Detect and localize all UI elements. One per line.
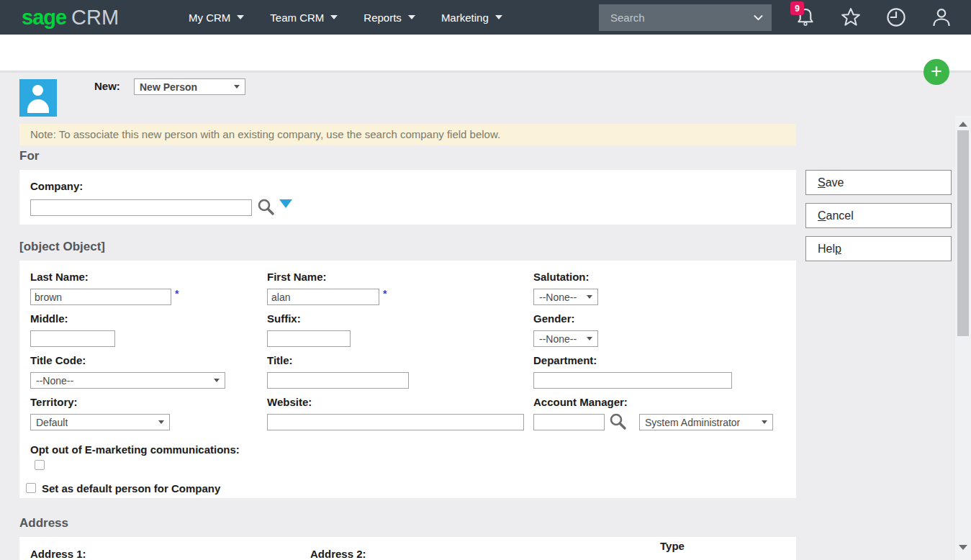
account-manager-select[interactable]: System Administrator: [639, 414, 773, 430]
menu-team-crm[interactable]: Team CRM: [270, 12, 338, 24]
dropdown-arrow-icon: [234, 85, 240, 89]
account-manager-selected-value: System Administrator: [645, 417, 740, 428]
person-entity-icon: [19, 79, 57, 117]
suffix-label: Suffix:: [267, 312, 301, 325]
info-note-banner: Note: To associate this new person with …: [19, 124, 796, 145]
title-code-select[interactable]: --None--: [30, 372, 225, 389]
chevron-down-icon: [408, 15, 415, 19]
person-icon: [32, 85, 43, 96]
user-icon: [931, 6, 952, 28]
gender-select[interactable]: --None--: [533, 330, 598, 347]
cancel-button[interactable]: Cancel: [805, 203, 952, 228]
clock-icon: [885, 6, 907, 28]
menu-label: Reports: [363, 12, 402, 24]
territory-select[interactable]: Default: [30, 414, 170, 430]
department-input[interactable]: [533, 372, 732, 389]
header-divider: [0, 71, 971, 73]
title-code-selected-value: --None--: [36, 375, 73, 387]
salutation-label: Salutation:: [533, 271, 590, 283]
new-entity-select[interactable]: New Person: [134, 78, 245, 95]
gender-selected-value: --None--: [539, 333, 577, 345]
title-code-label: Title Code:: [30, 354, 86, 366]
account-manager-input[interactable]: [533, 414, 605, 430]
save-button[interactable]: Save: [805, 170, 952, 195]
plus-icon: +: [931, 62, 942, 81]
required-asterisk: *: [175, 288, 179, 299]
company-search-icon[interactable]: [256, 197, 275, 216]
main-menu: My CRM Team CRM Reports Marketing: [189, 0, 502, 35]
title-input[interactable]: [267, 372, 409, 389]
profile-button[interactable]: [931, 6, 952, 28]
company-dropdown-triangle-icon[interactable]: [279, 199, 292, 208]
account-manager-label: Account Manager:: [533, 396, 628, 408]
website-input[interactable]: [267, 414, 524, 430]
chevron-down-icon: [495, 15, 502, 19]
required-asterisk: *: [383, 288, 387, 299]
scroll-up-arrow-icon[interactable]: [959, 122, 967, 127]
first-name-input[interactable]: [267, 289, 379, 305]
last-name-input[interactable]: [30, 289, 171, 305]
menu-label: Marketing: [441, 12, 489, 24]
first-name-label: First Name:: [267, 271, 327, 283]
suffix-input[interactable]: [267, 330, 351, 347]
chevron-down-icon: [237, 15, 244, 19]
new-entity-selected-value: New Person: [140, 81, 197, 93]
company-input[interactable]: [30, 199, 252, 216]
website-label: Website:: [267, 396, 312, 408]
territory-selected-value: Default: [36, 417, 68, 428]
company-label: Company:: [30, 180, 83, 192]
new-label: New:: [94, 80, 120, 92]
for-section-title: For: [19, 149, 39, 163]
middle-label: Middle:: [30, 312, 68, 325]
address2-label: Address 2:: [310, 548, 366, 560]
last-name-label: Last Name:: [30, 271, 89, 283]
recent-button[interactable]: [885, 6, 907, 28]
territory-label: Territory:: [30, 396, 78, 408]
title-label: Title:: [267, 354, 293, 366]
topbar-icons: 9: [795, 0, 952, 35]
search-input[interactable]: [599, 12, 754, 24]
person-panel: Last Name: * First Name: * Salutation: -…: [19, 261, 796, 498]
for-panel: Company:: [19, 170, 796, 225]
address-panel: Address 1: Address 2: Type: [19, 537, 796, 560]
sub-header-strip: [0, 35, 971, 71]
add-new-button[interactable]: +: [923, 59, 949, 85]
menu-label: Team CRM: [270, 12, 324, 24]
address-type-label: Type: [660, 540, 685, 552]
global-search: [599, 4, 772, 31]
menu-label: My CRM: [189, 12, 230, 24]
dropdown-arrow-icon: [587, 337, 592, 340]
favorites-button[interactable]: [840, 6, 862, 28]
logo-sage: sage: [22, 6, 66, 30]
top-navigation-bar: sage CRM My CRM Team CRM Reports Marketi…: [0, 0, 971, 35]
chevron-down-icon: [330, 15, 338, 19]
scroll-down-arrow-icon[interactable]: [959, 545, 967, 550]
address-section-title: Address: [19, 516, 68, 530]
menu-my-crm[interactable]: My CRM: [189, 12, 244, 24]
scrollbar-thumb[interactable]: [957, 130, 969, 336]
star-icon: [840, 6, 862, 28]
account-manager-search-icon[interactable]: [608, 412, 627, 430]
sage-crm-logo: sage CRM: [22, 0, 119, 35]
logo-crm: CRM: [71, 6, 119, 30]
menu-reports[interactable]: Reports: [363, 12, 415, 24]
default-person-checkbox[interactable]: [26, 483, 36, 493]
department-label: Department:: [533, 354, 597, 366]
help-button[interactable]: Help: [805, 236, 952, 261]
gender-label: Gender:: [533, 312, 575, 325]
opt-out-checkbox[interactable]: [35, 460, 45, 470]
middle-input[interactable]: [30, 330, 115, 347]
chevron-down-icon[interactable]: [754, 14, 763, 22]
dropdown-arrow-icon: [762, 420, 767, 424]
salutation-select[interactable]: --None--: [533, 289, 598, 305]
dropdown-arrow-icon: [158, 420, 164, 424]
menu-marketing[interactable]: Marketing: [441, 12, 502, 24]
salutation-selected-value: --None--: [539, 292, 577, 303]
opt-out-label: Opt out of E-marketing communications:: [30, 443, 240, 456]
dropdown-arrow-icon: [587, 295, 592, 299]
default-person-label: Set as default person for Company: [42, 482, 220, 494]
dropdown-arrow-icon: [214, 379, 220, 382]
notifications-button[interactable]: 9: [795, 6, 816, 28]
address1-label: Address 1:: [30, 548, 86, 560]
notification-badge: 9: [790, 1, 804, 15]
